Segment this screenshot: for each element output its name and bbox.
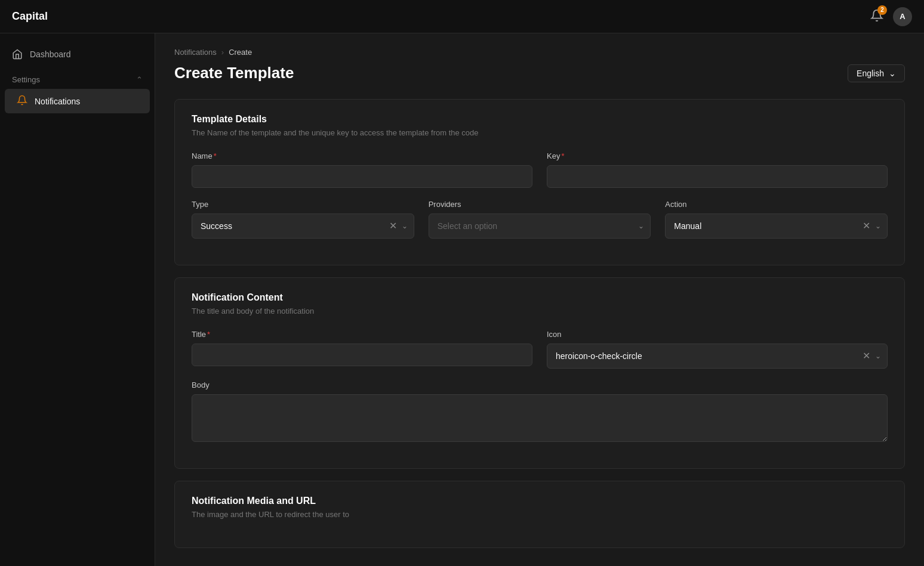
icon-group: Icon heroicon-o-check-circle ✕ ⌄ — [547, 330, 888, 369]
breadcrumb: Notifications › Create — [174, 48, 905, 57]
type-chevron-icon: ⌄ — [402, 222, 408, 230]
icon-label: Icon — [547, 330, 888, 339]
type-select[interactable]: Success ✕ ⌄ — [192, 214, 414, 239]
name-group: Name* — [192, 151, 532, 188]
key-group: Key* — [547, 151, 888, 188]
sidebar-item-notifications[interactable]: Notifications — [5, 89, 150, 113]
providers-label: Providers — [429, 200, 651, 209]
name-required: * — [214, 151, 217, 160]
language-label: English — [857, 69, 884, 78]
providers-select-actions: ⌄ — [638, 222, 644, 230]
name-input[interactable] — [192, 165, 532, 188]
providers-group: Providers Select an option ⌄ — [429, 200, 651, 239]
key-label: Key* — [547, 151, 888, 160]
body-group: Body — [192, 381, 888, 442]
lang-chevron-icon: ⌄ — [889, 69, 896, 78]
title-icon-row: Title* Icon heroicon-o-check-circle ✕ ⌄ — [192, 330, 888, 369]
user-avatar[interactable]: A — [893, 7, 912, 26]
body-row: Body — [192, 381, 888, 442]
action-chevron-icon: ⌄ — [875, 222, 881, 230]
notification-content-card: Notification Content The title and body … — [174, 277, 905, 469]
key-required: * — [561, 151, 564, 160]
language-selector[interactable]: English ⌄ — [848, 64, 905, 82]
notification-content-title: Notification Content — [192, 292, 888, 303]
body-label: Body — [192, 381, 888, 389]
action-select-value: Manual — [674, 221, 861, 231]
action-clear-button[interactable]: ✕ — [861, 220, 871, 232]
notification-content-subtitle: The title and body of the notification — [192, 307, 888, 316]
sidebar: Dashboard Settings ⌃ Notifications — [0, 33, 155, 566]
icon-select-actions: ✕ ⌄ — [861, 350, 881, 362]
notif-title-group: Title* — [192, 330, 532, 369]
page-title: Create Template — [174, 64, 294, 82]
app-body: Dashboard Settings ⌃ Notifications Notif… — [0, 33, 924, 566]
notif-title-required: * — [207, 330, 210, 339]
action-label: Action — [665, 200, 888, 209]
app-logo: Capital — [12, 10, 48, 23]
sidebar-settings-section: Settings ⌃ — [0, 66, 155, 89]
key-input[interactable] — [547, 165, 888, 188]
home-icon — [12, 49, 23, 60]
providers-chevron-icon: ⌄ — [638, 222, 644, 230]
template-details-card: Template Details The Name of the templat… — [174, 99, 905, 265]
main-content: Notifications › Create Create Template E… — [155, 33, 924, 566]
breadcrumb-separator: › — [221, 48, 224, 57]
template-details-subtitle: The Name of the template and the unique … — [192, 128, 888, 137]
providers-placeholder: Select an option — [438, 221, 639, 231]
notification-media-card: Notification Media and URL The image and… — [174, 481, 905, 548]
sidebar-notifications-label: Notifications — [35, 97, 80, 106]
sidebar-item-dashboard[interactable]: Dashboard — [0, 43, 155, 66]
bell-icon — [17, 95, 27, 107]
action-select-actions: ✕ ⌄ — [861, 220, 881, 232]
type-clear-button[interactable]: ✕ — [388, 220, 398, 232]
type-providers-action-row: Type Success ✕ ⌄ Providers Select an opt… — [192, 200, 888, 239]
topbar: Capital 2 A — [0, 0, 924, 33]
body-textarea[interactable] — [192, 394, 888, 442]
sidebar-dashboard-label: Dashboard — [30, 50, 71, 59]
action-select[interactable]: Manual ✕ ⌄ — [665, 214, 888, 239]
type-group: Type Success ✕ ⌄ — [192, 200, 414, 239]
page-header: Create Template English ⌄ — [174, 64, 905, 82]
type-label: Type — [192, 200, 414, 209]
breadcrumb-parent[interactable]: Notifications — [174, 48, 217, 57]
notification-media-subtitle: The image and the URL to redirect the us… — [192, 510, 888, 519]
providers-select[interactable]: Select an option ⌄ — [429, 214, 651, 239]
notification-media-title: Notification Media and URL — [192, 496, 888, 506]
name-label: Name* — [192, 151, 532, 160]
topbar-right: 2 A — [870, 7, 912, 26]
notif-title-label: Title* — [192, 330, 532, 339]
type-select-actions: ✕ ⌄ — [388, 220, 408, 232]
breadcrumb-current: Create — [229, 48, 252, 57]
notification-badge: 2 — [877, 5, 887, 15]
icon-clear-button[interactable]: ✕ — [861, 350, 871, 362]
notif-title-input[interactable] — [192, 344, 532, 366]
settings-section-label: Settings — [12, 75, 40, 84]
notification-bell-button[interactable]: 2 — [870, 9, 883, 24]
icon-select[interactable]: heroicon-o-check-circle ✕ ⌄ — [547, 344, 888, 369]
icon-select-value: heroicon-o-check-circle — [556, 351, 861, 361]
icon-chevron-icon: ⌄ — [875, 352, 881, 360]
type-select-value: Success — [201, 221, 388, 231]
name-key-row: Name* Key* — [192, 151, 888, 188]
settings-chevron-icon: ⌃ — [136, 75, 143, 84]
template-details-title: Template Details — [192, 114, 888, 125]
action-group: Action Manual ✕ ⌄ — [665, 200, 888, 239]
